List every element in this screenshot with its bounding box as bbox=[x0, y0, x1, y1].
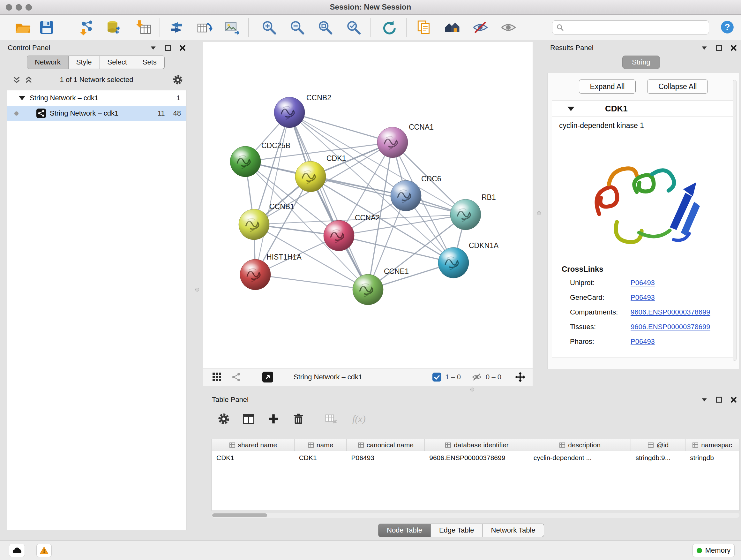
zoom-selected-icon[interactable] bbox=[345, 19, 362, 36]
column-header--id[interactable]: @id bbox=[631, 439, 685, 451]
birdseye-grid-icon[interactable] bbox=[212, 372, 222, 382]
show-columns-icon[interactable] bbox=[242, 412, 255, 426]
panel-close-icon[interactable] bbox=[730, 44, 737, 51]
network-view-canvas[interactable]: CCNB2CCNA1CDC25BCDK1CDC6RB1CCNB1CCNA2CDK… bbox=[203, 42, 533, 368]
export-image-icon[interactable] bbox=[224, 19, 240, 36]
crosslink-value-link[interactable]: P06493 bbox=[630, 337, 655, 346]
node-table: shared namenamecanonical namedatabase id… bbox=[212, 439, 739, 511]
tab-select[interactable]: Select bbox=[100, 56, 135, 69]
selected-counter: 1 – 0 bbox=[445, 373, 461, 381]
panel-close-icon[interactable] bbox=[179, 44, 186, 51]
delete-table-icon[interactable] bbox=[324, 412, 338, 426]
open-session-icon[interactable] bbox=[15, 19, 31, 36]
hidden-eye-slash-icon[interactable] bbox=[472, 372, 482, 382]
splitter-handle[interactable] bbox=[195, 288, 199, 292]
panel-float-icon[interactable] bbox=[701, 396, 708, 403]
home-icon[interactable] bbox=[444, 19, 461, 36]
network-edge[interactable] bbox=[255, 112, 289, 274]
splitter-handle[interactable] bbox=[537, 211, 541, 215]
node-label-cdc25b: CDC25B bbox=[261, 141, 290, 150]
panel-float-icon[interactable] bbox=[701, 44, 708, 51]
column-header-canonical-name[interactable]: canonical name bbox=[347, 439, 425, 451]
network-edge[interactable] bbox=[289, 112, 393, 142]
collapse-all-button[interactable]: Collapse All bbox=[647, 79, 708, 94]
help-icon[interactable]: ? bbox=[720, 20, 735, 35]
pan-crosshair-icon[interactable] bbox=[515, 372, 526, 382]
collection-expand-icon[interactable] bbox=[19, 96, 25, 100]
function-builder-icon[interactable]: f(x) bbox=[352, 414, 366, 424]
tab-network-table[interactable]: Network Table bbox=[483, 523, 544, 537]
network-edge[interactable] bbox=[311, 177, 466, 214]
create-column-plus-icon[interactable] bbox=[267, 412, 280, 426]
column-header-name[interactable]: name bbox=[294, 439, 347, 451]
table-cell[interactable]: 9606.ENSP00000378699 bbox=[425, 451, 529, 464]
panel-maximize-icon[interactable] bbox=[716, 44, 723, 51]
expand-all-button[interactable]: Expand All bbox=[579, 79, 636, 94]
network-options-gear-icon[interactable] bbox=[172, 74, 184, 85]
tab-edge-table[interactable]: Edge Table bbox=[431, 523, 483, 537]
delete-column-trash-icon[interactable] bbox=[292, 412, 305, 426]
refresh-view-icon[interactable] bbox=[381, 19, 397, 36]
import-network-database-icon[interactable] bbox=[105, 19, 122, 36]
tab-network[interactable]: Network bbox=[27, 56, 69, 69]
network-edge[interactable] bbox=[255, 274, 368, 290]
cloud-status-icon[interactable] bbox=[9, 544, 25, 557]
network-edge[interactable] bbox=[339, 236, 454, 263]
tab-sets[interactable]: Sets bbox=[135, 56, 165, 69]
table-row[interactable]: CDK1CDK1P064939606.ENSP00000378699cyclin… bbox=[212, 451, 739, 464]
warning-icon[interactable] bbox=[37, 544, 52, 557]
save-session-icon[interactable] bbox=[38, 19, 55, 36]
column-header-shared-name[interactable]: shared name bbox=[212, 439, 294, 451]
panel-float-icon[interactable] bbox=[150, 44, 157, 51]
scrollbar-thumb[interactable] bbox=[212, 513, 267, 517]
network-arrows-icon[interactable] bbox=[168, 19, 185, 36]
tab-node-table[interactable]: Node Table bbox=[378, 523, 431, 537]
column-header-database-identifier[interactable]: database identifier bbox=[425, 439, 529, 451]
import-table-file-icon[interactable] bbox=[135, 19, 151, 36]
network-share-icon[interactable] bbox=[231, 372, 242, 382]
gene-panel-header[interactable]: CDK1 bbox=[552, 101, 735, 117]
zoom-in-icon[interactable] bbox=[261, 19, 277, 36]
memory-status-dot bbox=[697, 548, 702, 553]
column-header-namespac[interactable]: namespac bbox=[685, 439, 739, 451]
node-label-ccna2: CCNA2 bbox=[355, 213, 380, 222]
crosslink-value-link[interactable]: 9606.ENSP00000378699 bbox=[630, 308, 711, 316]
table-cell[interactable]: stringdb bbox=[685, 451, 739, 464]
node-label-cdkn1a: CDKN1A bbox=[469, 241, 499, 250]
table-cell[interactable]: stringdb:9... bbox=[631, 451, 685, 464]
network-row[interactable]: String Network – cdk1 11 48 bbox=[7, 106, 186, 121]
column-header-description[interactable]: description bbox=[529, 439, 631, 451]
gene-collapse-icon[interactable] bbox=[567, 107, 575, 111]
splitter-handle[interactable] bbox=[470, 388, 474, 391]
network-from-table-icon[interactable] bbox=[196, 19, 212, 36]
tab-string[interactable]: String bbox=[622, 56, 660, 69]
memory-button[interactable]: Memory bbox=[692, 544, 735, 557]
table-body: CDK1CDK1P064939606.ENSP00000378699cyclin… bbox=[212, 451, 739, 464]
clipboard-document-icon[interactable] bbox=[415, 19, 432, 36]
crosslink-value-link[interactable]: P06493 bbox=[630, 279, 655, 287]
panel-maximize-icon[interactable] bbox=[164, 44, 172, 51]
table-settings-gear-icon[interactable] bbox=[217, 412, 230, 426]
zoom-fit-icon[interactable] bbox=[317, 19, 333, 36]
crosslink-value-link[interactable]: 9606.ENSP00000378699 bbox=[630, 323, 711, 331]
memory-label: Memory bbox=[705, 546, 731, 555]
table-cell[interactable]: P06493 bbox=[347, 451, 425, 464]
panel-close-icon[interactable] bbox=[730, 396, 737, 403]
show-panels-icon[interactable] bbox=[500, 19, 517, 36]
export-view-icon[interactable] bbox=[262, 372, 273, 382]
selected-checkbox-icon[interactable] bbox=[432, 373, 441, 381]
panel-maximize-icon[interactable] bbox=[716, 396, 723, 403]
search-input[interactable] bbox=[566, 23, 705, 32]
hide-panels-icon[interactable] bbox=[472, 19, 488, 36]
network-collection-row[interactable]: String Network – cdk1 1 bbox=[7, 90, 186, 106]
tab-style[interactable]: Style bbox=[69, 56, 100, 69]
import-network-file-icon[interactable] bbox=[78, 19, 95, 36]
crosslink-value-link[interactable]: P06493 bbox=[630, 294, 655, 302]
table-cell[interactable]: CDK1 bbox=[212, 451, 294, 464]
results-scrollbar[interactable] bbox=[733, 80, 737, 361]
node-label-ccnb1: CCNB1 bbox=[269, 202, 294, 211]
table-cell[interactable]: CDK1 bbox=[294, 451, 347, 464]
table-cell[interactable]: cyclin-dependent ... bbox=[529, 451, 631, 464]
zoom-out-icon[interactable] bbox=[289, 19, 306, 36]
network-edge[interactable] bbox=[289, 112, 368, 290]
